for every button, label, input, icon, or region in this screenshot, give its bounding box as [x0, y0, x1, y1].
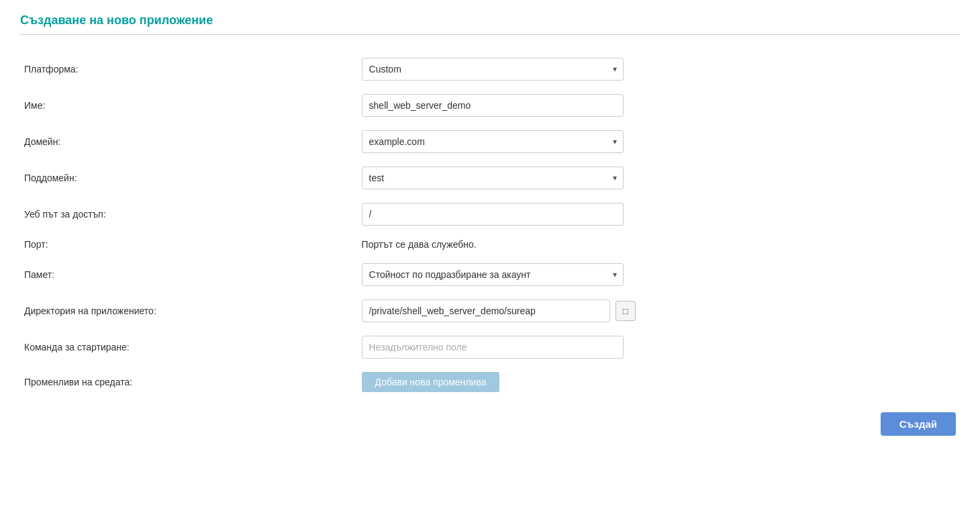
memory-select[interactable]: Стойност по подразбиране за акаунт256MB5… — [362, 263, 624, 286]
app-dir-input[interactable] — [362, 299, 610, 322]
submit-button[interactable]: Създай — [881, 412, 956, 436]
submit-row: Създай — [20, 412, 960, 436]
start-cmd-input[interactable] — [362, 336, 624, 359]
platform-row: Платформа: CustomPHPNode.jsPythonRuby — [20, 51, 960, 87]
page-title: Създаване на ново приложение — [20, 13, 960, 28]
app-dir-row: Директория на приложението: □ — [20, 293, 960, 329]
subdomain-select[interactable]: testwwwapp — [362, 167, 624, 189]
web-path-row: Уеб път за достъп: — [20, 196, 960, 232]
memory-row: Памет: Стойност по подразбиране за акаун… — [20, 256, 960, 293]
web-path-label: Уеб път за достъп: — [20, 196, 358, 232]
env-vars-row: Променливи на средата: Добави нова проме… — [20, 365, 960, 399]
subdomain-label: Поддомейн: — [20, 160, 358, 196]
create-app-form: Платформа: CustomPHPNode.jsPythonRuby Им… — [20, 51, 960, 399]
name-input[interactable] — [362, 94, 624, 117]
domain-select[interactable]: example.comtest.com — [362, 130, 624, 153]
name-row: Име: — [20, 87, 960, 124]
subdomain-row: Поддомейн: testwwwapp — [20, 160, 960, 196]
platform-select-wrapper: CustomPHPNode.jsPythonRuby — [362, 58, 624, 81]
platform-label: Платформа: — [20, 51, 358, 87]
add-env-var-button[interactable]: Добави нова променлива — [362, 372, 500, 392]
port-label: Порт: — [20, 232, 358, 256]
title-divider — [20, 34, 960, 35]
web-path-input[interactable] — [362, 203, 624, 226]
app-dir-label: Директория на приложението: — [20, 293, 358, 329]
app-dir-wrapper: □ — [362, 299, 956, 322]
memory-select-wrapper: Стойност по подразбиране за акаунт256MB5… — [362, 263, 624, 286]
subdomain-select-wrapper: testwwwapp — [362, 167, 624, 189]
copy-icon: □ — [623, 306, 628, 316]
env-vars-label: Променливи на средата: — [20, 365, 358, 399]
start-cmd-label: Команда за стартиране: — [20, 329, 358, 365]
port-static-text: Портът се дава служебно. — [362, 239, 477, 250]
memory-label: Памет: — [20, 256, 358, 293]
copy-dir-button[interactable]: □ — [616, 301, 636, 321]
start-cmd-row: Команда за стартиране: — [20, 329, 960, 365]
platform-select[interactable]: CustomPHPNode.jsPythonRuby — [362, 58, 624, 81]
domain-select-wrapper: example.comtest.com — [362, 130, 624, 153]
name-label: Име: — [20, 87, 358, 124]
domain-row: Домейн: example.comtest.com — [20, 124, 960, 160]
domain-label: Домейн: — [20, 124, 358, 160]
port-row: Порт: Портът се дава служебно. — [20, 232, 960, 256]
